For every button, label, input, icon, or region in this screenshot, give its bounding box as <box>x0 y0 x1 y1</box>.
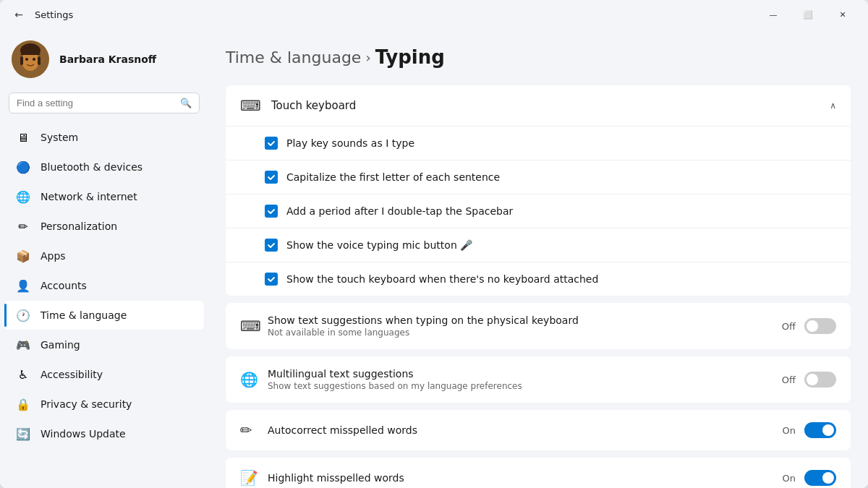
minimize-button[interactable]: — <box>757 3 790 26</box>
setting-text-highlight: Highlight misspelled words <box>268 472 773 484</box>
checkbox-label-show-keyboard: Show the touch keyboard when there's no … <box>286 273 836 285</box>
nav-label-windows-update: Windows Update <box>41 428 126 440</box>
setting-title-highlight: Highlight misspelled words <box>268 472 773 484</box>
checkbox-play-key-sounds[interactable] <box>265 137 278 150</box>
close-button[interactable]: ✕ <box>826 3 859 26</box>
sidebar: Barbara Krasnoff 🔍 🖥 System 🔵 Bluetooth … <box>0 29 208 488</box>
search-icon: 🔍 <box>180 98 192 108</box>
svg-point-4 <box>33 58 35 61</box>
setting-title-multilingual: Multilingual text suggestions <box>268 368 772 380</box>
sidebar-item-accounts[interactable]: 👤 Accounts <box>4 271 204 300</box>
svg-rect-6 <box>38 56 41 65</box>
toggle-label-highlight: On <box>783 473 796 484</box>
sidebar-item-windows-update[interactable]: 🔄 Windows Update <box>4 419 204 448</box>
checkbox-capitalize[interactable] <box>265 171 278 184</box>
setting-text-multilingual: Multilingual text suggestions Show text … <box>268 368 772 391</box>
sidebar-item-time-language[interactable]: 🕐 Time & language <box>4 301 204 330</box>
user-name: Barbara Krasnoff <box>59 53 156 65</box>
toggle-label-multilingual: Off <box>782 374 796 385</box>
settings-rows: ⌨ Show text suggestions when typing on t… <box>226 303 851 488</box>
setting-row-highlight: 📝 Highlight misspelled words On <box>226 458 851 488</box>
search-box[interactable]: 🔍 <box>9 93 200 114</box>
toggle-highlight[interactable] <box>804 470 836 486</box>
nav-icon-system: 🖥 <box>16 130 30 145</box>
sidebar-item-gaming[interactable]: 🎮 Gaming <box>4 330 204 359</box>
collapse-icon: ∧ <box>830 100 836 111</box>
toggle-wrap-multilingual: Off <box>782 372 836 388</box>
sidebar-item-system[interactable]: 🖥 System <box>4 123 204 152</box>
setting-icon-text-suggestions: ⌨ <box>240 317 258 335</box>
sidebar-item-privacy[interactable]: 🔒 Privacy & security <box>4 390 204 419</box>
setting-icon-multilingual: 🌐 <box>240 371 258 388</box>
toggle-wrap-text-suggestions: Off <box>782 318 836 334</box>
nav-icon-apps: 📦 <box>16 249 30 263</box>
setting-subtitle-text-suggestions: Not available in some languages <box>268 328 772 338</box>
nav-icon-gaming: 🎮 <box>16 338 30 352</box>
nav-icon-personalization: ✏️ <box>16 219 30 234</box>
checkbox-voice-mic[interactable] <box>265 239 278 252</box>
toggle-knob-multilingual <box>807 374 818 385</box>
toggle-knob-text-suggestions <box>807 320 818 332</box>
user-section: Barbara Krasnoff <box>0 29 208 93</box>
toggle-knob-highlight <box>822 472 834 484</box>
nav-icon-privacy: 🔒 <box>16 397 30 411</box>
avatar[interactable] <box>12 40 49 78</box>
nav-label-personalization: Personalization <box>41 221 117 232</box>
sidebar-item-apps[interactable]: 📦 Apps <box>4 241 204 270</box>
sidebar-item-accessibility[interactable]: ♿ Accessibility <box>4 360 204 389</box>
window-title: Settings <box>35 9 757 20</box>
setting-title-autocorrect: Autocorrect misspelled words <box>268 424 773 436</box>
nav-label-system: System <box>41 132 78 143</box>
nav-label-network: Network & internet <box>41 191 137 202</box>
nav-label-bluetooth: Bluetooth & devices <box>41 161 142 173</box>
toggle-multilingual[interactable] <box>804 372 836 388</box>
toggle-knob-autocorrect <box>822 424 834 436</box>
touch-keyboard-header[interactable]: ⌨️ Touch keyboard ∧ <box>226 85 851 126</box>
nav-icon-bluetooth: 🔵 <box>16 160 30 174</box>
checkbox-show-keyboard[interactable] <box>265 273 278 286</box>
maximize-button[interactable]: ⬜ <box>791 3 825 26</box>
touch-keyboard-item-voice-mic[interactable]: Show the voice typing mic button 🎤 <box>226 228 851 262</box>
sidebar-item-network[interactable]: 🌐 Network & internet <box>4 182 204 211</box>
setting-icon-highlight: 📝 <box>240 469 258 487</box>
page-title: Typing <box>375 46 445 68</box>
nav-label-gaming: Gaming <box>41 339 80 351</box>
touch-keyboard-title: Touch keyboard <box>271 99 820 112</box>
sidebar-item-personalization[interactable]: ✏️ Personalization <box>4 212 204 241</box>
touch-keyboard-items: Play key sounds as I type Capitalize the… <box>226 126 851 296</box>
checkbox-label-voice-mic: Show the voice typing mic button 🎤 <box>286 239 836 251</box>
breadcrumb-separator: › <box>365 50 370 65</box>
content-area: Barbara Krasnoff 🔍 🖥 System 🔵 Bluetooth … <box>0 29 868 488</box>
nav-label-accessibility: Accessibility <box>41 369 103 380</box>
touch-keyboard-item-play-key-sounds[interactable]: Play key sounds as I type <box>226 126 851 160</box>
settings-window: ← Settings — ⬜ ✕ <box>0 0 868 488</box>
toggle-wrap-highlight: On <box>783 470 836 486</box>
nav-icon-accessibility: ♿ <box>16 367 30 382</box>
checkbox-label-period: Add a period after I double-tap the Spac… <box>286 205 836 217</box>
touch-keyboard-item-capitalize[interactable]: Capitalize the first letter of each sent… <box>226 160 851 194</box>
checkbox-label-capitalize: Capitalize the first letter of each sent… <box>286 171 836 183</box>
nav-label-accounts: Accounts <box>41 280 87 291</box>
toggle-text-suggestions[interactable] <box>804 318 836 334</box>
search-input[interactable] <box>17 98 174 108</box>
touch-keyboard-item-period[interactable]: Add a period after I double-tap the Spac… <box>226 194 851 228</box>
touch-keyboard-item-show-keyboard[interactable]: Show the touch keyboard when there's no … <box>226 262 851 296</box>
setting-row-multilingual: 🌐 Multilingual text suggestions Show tex… <box>226 356 851 403</box>
toggle-autocorrect[interactable] <box>804 422 836 438</box>
setting-subtitle-multilingual: Show text suggestions based on my langua… <box>268 381 772 391</box>
nav-label-privacy: Privacy & security <box>41 398 132 410</box>
setting-icon-autocorrect: ✏ <box>240 421 258 439</box>
nav-icon-network: 🌐 <box>16 189 30 204</box>
svg-rect-5 <box>20 56 23 65</box>
sidebar-item-bluetooth[interactable]: 🔵 Bluetooth & devices <box>4 153 204 181</box>
nav-label-apps: Apps <box>41 250 66 262</box>
nav-icon-time-language: 🕐 <box>16 308 30 322</box>
toggle-wrap-autocorrect: On <box>783 422 836 438</box>
checkbox-label-play-key-sounds: Play key sounds as I type <box>286 137 836 149</box>
svg-point-3 <box>25 58 28 61</box>
page-header: Time & language › Typing <box>226 46 851 68</box>
setting-row-text-suggestions: ⌨ Show text suggestions when typing on t… <box>226 303 851 349</box>
checkbox-period[interactable] <box>265 205 278 218</box>
back-button[interactable]: ← <box>9 4 29 25</box>
window-controls: — ⬜ ✕ <box>757 3 859 26</box>
